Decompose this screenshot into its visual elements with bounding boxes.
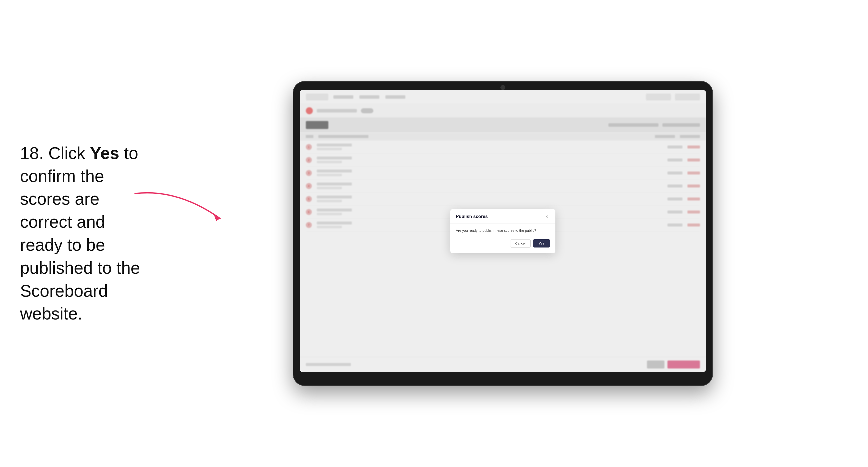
tablet-device-wrapper: 1 2 <box>158 81 848 386</box>
instruction-bold-word: Yes <box>90 144 119 162</box>
publish-scores-modal: Publish scores ✕ Are you ready to publis… <box>451 209 555 253</box>
step-number: 18. <box>20 144 44 162</box>
modal-body: Are you ready to publish these scores to… <box>451 223 555 253</box>
yes-button[interactable]: Yes <box>533 239 550 248</box>
modal-message: Are you ready to publish these scores to… <box>456 228 550 233</box>
cancel-button[interactable]: Cancel <box>510 239 531 248</box>
modal-title: Publish scores <box>456 214 488 219</box>
tablet-screen: 1 2 <box>300 90 706 372</box>
instruction-block: 18. Click Yes to confirm the scores are … <box>20 142 158 325</box>
instruction-text-after-bold: to confirm the scores are correct and re… <box>20 144 140 323</box>
modal-actions: Cancel Yes <box>456 239 550 248</box>
instruction-text-before-bold: Click <box>44 144 90 162</box>
app-ui: 1 2 <box>300 90 706 372</box>
svg-marker-0 <box>214 215 220 221</box>
tablet: 1 2 <box>293 81 713 386</box>
modal-close-button[interactable]: ✕ <box>544 214 550 220</box>
modal-overlay: Publish scores ✕ Are you ready to publis… <box>300 90 706 372</box>
modal-header: Publish scores ✕ <box>451 209 555 223</box>
